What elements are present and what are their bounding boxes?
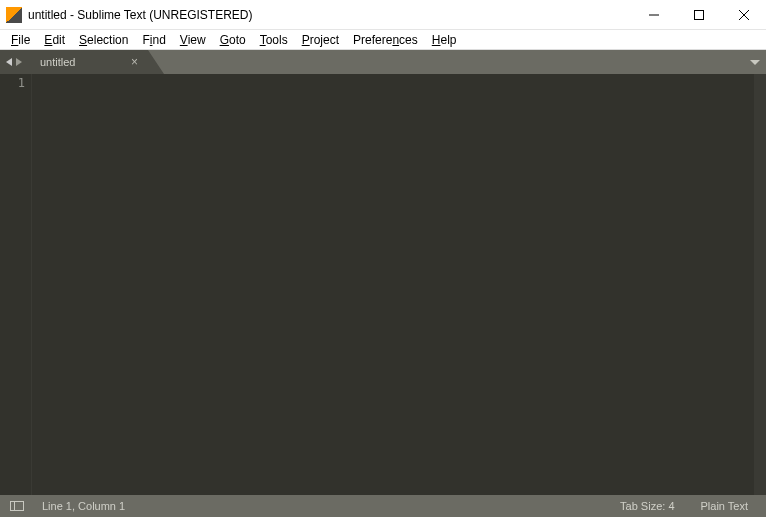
status-bar: Line 1, Column 1 Tab Size: 4 Plain Text (0, 495, 766, 517)
tab-bar: untitled × (0, 50, 766, 74)
menu-help[interactable]: Help (425, 33, 464, 47)
side-panel-toggle-icon[interactable] (10, 501, 24, 511)
minimize-button[interactable] (631, 0, 676, 29)
nav-back-icon[interactable] (6, 58, 12, 66)
chevron-down-icon (750, 60, 760, 65)
menu-find[interactable]: Find (135, 33, 172, 47)
text-editor[interactable] (32, 74, 754, 495)
window-title: untitled - Sublime Text (UNREGISTERED) (28, 8, 631, 22)
tab-close-icon[interactable]: × (131, 55, 138, 69)
tab-untitled[interactable]: untitled × (28, 50, 148, 74)
svg-rect-1 (694, 10, 703, 19)
status-tab-size[interactable]: Tab Size: 4 (612, 500, 682, 512)
line-number: 1 (0, 76, 25, 90)
menubar: File Edit Selection Find View Goto Tools… (0, 30, 766, 50)
menu-tools[interactable]: Tools (253, 33, 295, 47)
editor-area: 1 (0, 74, 766, 495)
tab-label: untitled (40, 56, 115, 68)
maximize-button[interactable] (676, 0, 721, 29)
minimap-scrollbar[interactable] (754, 74, 766, 495)
status-syntax[interactable]: Plain Text (693, 500, 757, 512)
nav-forward-icon[interactable] (16, 58, 22, 66)
menu-goto[interactable]: Goto (213, 33, 253, 47)
close-button[interactable] (721, 0, 766, 29)
menu-file[interactable]: File (4, 33, 37, 47)
line-number-gutter: 1 (0, 74, 32, 495)
menu-edit[interactable]: Edit (37, 33, 72, 47)
tab-history-nav (0, 50, 28, 74)
status-cursor-position[interactable]: Line 1, Column 1 (34, 500, 133, 512)
titlebar: untitled - Sublime Text (UNREGISTERED) (0, 0, 766, 30)
tab-overflow-button[interactable] (750, 50, 760, 74)
window-controls (631, 0, 766, 29)
menu-project[interactable]: Project (295, 33, 346, 47)
app-icon (6, 7, 22, 23)
menu-preferences[interactable]: Preferences (346, 33, 425, 47)
menu-view[interactable]: View (173, 33, 213, 47)
menu-selection[interactable]: Selection (72, 33, 135, 47)
